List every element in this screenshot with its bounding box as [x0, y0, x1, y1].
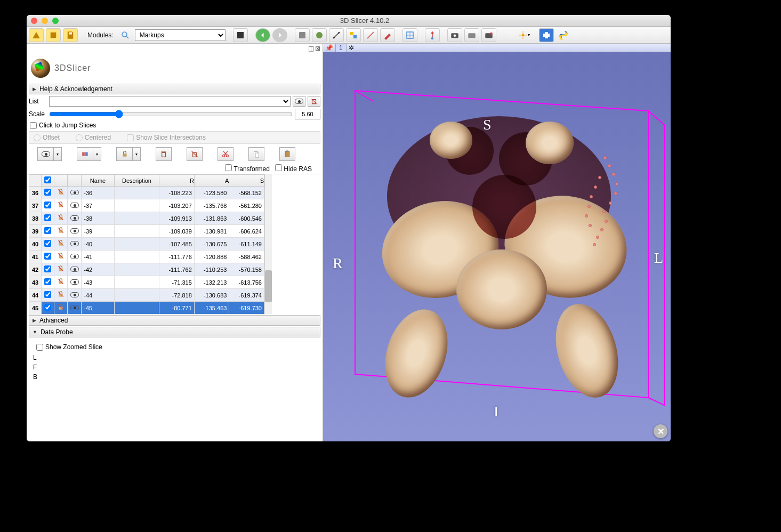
show-intersections-checkbox[interactable] — [127, 134, 134, 141]
lock-icon[interactable] — [57, 190, 65, 197]
table-row[interactable]: 37 -37 -103.207 -135.768 -561.280 — [29, 199, 264, 212]
table-row[interactable]: 41 -41 -111.776 -120.888 -588.462 — [29, 251, 264, 263]
row-select-checkbox[interactable] — [44, 214, 51, 221]
window-minimize-button[interactable] — [42, 18, 48, 24]
orientation-marker-icon[interactable] — [425, 28, 440, 42]
nav-back-button[interactable] — [255, 28, 270, 42]
table-row[interactable]: 40 -40 -107.485 -130.675 -611.149 — [29, 238, 264, 251]
view-tab[interactable]: 1 — [335, 44, 347, 52]
help-section-header[interactable]: ▶Help & Acknowledgement — [29, 84, 320, 94]
layout-button[interactable] — [233, 28, 248, 42]
centered-radio[interactable] — [76, 134, 83, 141]
markup-list-select[interactable] — [49, 96, 291, 107]
error-badge-icon[interactable]: ✕ — [654, 424, 667, 438]
cut-button[interactable] — [218, 147, 234, 161]
fiducial-place-icon[interactable]: ▾ — [517, 28, 532, 42]
jump-slices-checkbox[interactable] — [30, 122, 37, 129]
visibility-icon[interactable] — [70, 292, 79, 297]
lock-icon[interactable] — [57, 215, 65, 223]
data-button[interactable] — [29, 28, 44, 42]
extension-manager-icon[interactable] — [539, 28, 554, 42]
row-select-checkbox[interactable] — [44, 189, 51, 196]
visibility-icon[interactable] — [70, 279, 79, 285]
show-zoomed-checkbox[interactable] — [36, 344, 43, 351]
dcm-button[interactable] — [46, 28, 61, 42]
lock-icon[interactable] — [57, 305, 65, 312]
annotation-icon[interactable] — [380, 28, 395, 42]
panel-close-icon[interactable]: ⊠ — [315, 45, 320, 52]
view-settings-icon[interactable]: ✲ — [349, 44, 354, 52]
col-header-r[interactable]: R — [159, 175, 195, 187]
ruler-icon[interactable] — [363, 28, 378, 42]
copy-button[interactable] — [248, 147, 264, 161]
table-row[interactable]: 44 -44 -72.818 -130.683 -619.374 — [29, 289, 264, 302]
selected-dropdown[interactable]: ▾ — [77, 147, 101, 161]
threed-viewport[interactable]: S I R L — [323, 52, 671, 441]
list-visibility-icon[interactable] — [293, 96, 305, 107]
visibility-icon[interactable] — [70, 228, 79, 233]
advanced-section-header[interactable]: ▶Advanced — [29, 315, 320, 326]
screenshot-icon[interactable] — [447, 28, 462, 42]
module-search-icon[interactable] — [118, 28, 133, 42]
module-select[interactable]: Markups — [135, 29, 226, 41]
table-row[interactable]: 43 -43 -71.315 -132.213 -613.756 — [29, 276, 264, 289]
view-pin-icon[interactable]: 📌 — [325, 44, 333, 52]
table-row[interactable]: 39 -39 -109.039 -130.981 -606.624 — [29, 225, 264, 238]
row-select-checkbox[interactable] — [44, 291, 51, 298]
visibility-dropdown[interactable]: ▾ — [37, 147, 62, 161]
lock-dropdown[interactable]: ▾ — [116, 147, 141, 161]
save-button[interactable] — [63, 28, 78, 42]
header-select-checkbox[interactable] — [44, 176, 51, 183]
visibility-icon[interactable] — [70, 241, 79, 246]
paste-button[interactable] — [279, 147, 295, 161]
table-row[interactable]: 45 -45 -80.771 -135.463 -619.730 — [29, 302, 264, 315]
lock-icon[interactable] — [57, 228, 65, 236]
transformed-checkbox[interactable] — [225, 164, 232, 171]
visibility-icon[interactable] — [70, 203, 79, 208]
scale-slider[interactable] — [49, 110, 293, 118]
python-console-icon[interactable] — [556, 28, 571, 42]
row-select-checkbox[interactable] — [44, 265, 51, 272]
col-header-s[interactable]: S — [229, 175, 264, 187]
transforms-icon[interactable] — [329, 28, 344, 42]
visibility-icon[interactable] — [70, 215, 79, 221]
row-select-checkbox[interactable] — [44, 227, 51, 234]
col-header-description[interactable]: Description — [114, 175, 159, 187]
lock-icon[interactable] — [57, 241, 65, 248]
lock-icon[interactable] — [57, 292, 65, 300]
volume-rendering-icon[interactable] — [295, 28, 310, 42]
table-row[interactable]: 42 -42 -111.762 -110.253 -570.158 — [29, 263, 264, 276]
visibility-icon[interactable] — [70, 254, 79, 259]
lock-icon[interactable] — [57, 254, 65, 261]
list-delete-icon[interactable] — [308, 96, 320, 107]
row-select-checkbox[interactable] — [44, 278, 51, 285]
row-select-checkbox[interactable] — [44, 253, 51, 260]
table-row[interactable]: 36 -36 -108.223 -123.580 -568.152 — [29, 187, 264, 199]
delete-selected-button[interactable] — [156, 147, 172, 161]
data-probe-section-header[interactable]: ▼Data Probe — [29, 327, 320, 337]
crosshair-icon[interactable] — [402, 28, 417, 42]
offset-radio[interactable] — [34, 134, 41, 141]
editor-icon[interactable] — [346, 28, 361, 42]
hide-ras-checkbox[interactable] — [275, 164, 282, 171]
lock-icon[interactable] — [57, 279, 65, 287]
models-icon[interactable] — [312, 28, 327, 42]
scene-view-icon[interactable] — [464, 28, 479, 42]
table-scrollbar[interactable] — [264, 174, 272, 314]
delete-all-button[interactable] — [187, 147, 203, 161]
row-select-checkbox[interactable] — [44, 201, 51, 208]
nav-forward-button[interactable] — [272, 28, 287, 42]
col-header-name[interactable]: Name — [82, 175, 114, 187]
col-header-a[interactable]: A — [194, 175, 229, 187]
visibility-icon[interactable] — [70, 190, 79, 195]
scale-value-input[interactable] — [295, 109, 320, 119]
visibility-icon[interactable] — [70, 305, 79, 310]
panel-detach-icon[interactable]: ◫ — [308, 45, 314, 52]
window-zoom-button[interactable] — [52, 18, 59, 24]
lock-icon[interactable] — [57, 267, 65, 274]
visibility-icon[interactable] — [70, 267, 79, 272]
row-select-checkbox[interactable] — [44, 304, 51, 311]
row-select-checkbox[interactable] — [44, 240, 51, 247]
record-icon[interactable] — [481, 28, 496, 42]
table-row[interactable]: 38 -38 -109.913 -131.863 -600.546 — [29, 212, 264, 225]
